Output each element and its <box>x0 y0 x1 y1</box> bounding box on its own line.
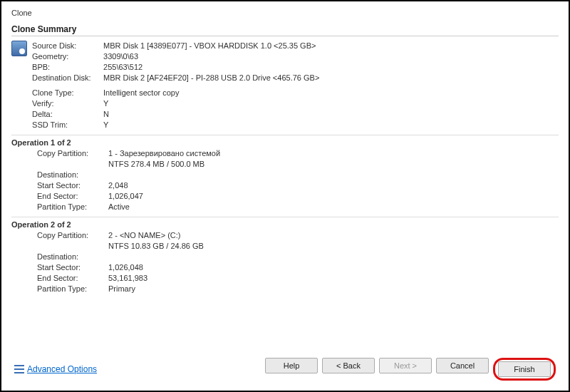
field-label <box>37 241 108 252</box>
field-label: Verify: <box>32 98 103 109</box>
field-value <box>108 170 559 180</box>
field-value: 1,026,047 <box>108 191 559 202</box>
finish-button[interactable]: Finish <box>498 361 551 377</box>
field-value: Primary <box>108 284 559 294</box>
advanced-options-label: Advanced Options <box>27 364 97 374</box>
field-value: MBR Disk 2 [AF24EF20] - PI-288 USB 2.0 D… <box>103 73 558 83</box>
field-label: BPB: <box>32 62 103 73</box>
field-value: Active <box>108 202 559 212</box>
field-label: Clone Type: <box>32 88 103 98</box>
field-label: Source Disk: <box>32 41 103 51</box>
field-label: Start Sector: <box>37 262 108 273</box>
field-label: End Sector: <box>37 273 108 284</box>
field-value: 1,026,048 <box>108 262 559 273</box>
summary-heading: Clone Summary <box>11 24 559 34</box>
field-label: Destination Disk: <box>32 73 103 83</box>
field-value: 255\63\512 <box>103 62 558 73</box>
field-label: Destination: <box>37 170 108 180</box>
field-label: Destination: <box>37 252 108 262</box>
field-label: Partition Type: <box>37 284 108 294</box>
help-button[interactable]: Help <box>265 358 318 373</box>
field-label: Copy Partition: <box>37 148 108 159</box>
field-value: NTFS 278.4 MB / 500.0 MB <box>108 159 559 170</box>
divider <box>11 217 559 217</box>
operation-heading: Operation 2 of 2 <box>11 220 559 229</box>
field-value: 53,161,983 <box>108 273 559 284</box>
field-value: Y <box>103 98 558 109</box>
window-title: Clone <box>11 9 559 17</box>
sliders-icon <box>14 364 24 374</box>
footer: Advanced Options Help < Back Next > Canc… <box>11 352 559 383</box>
next-button: Next > <box>379 358 432 373</box>
disk-icon <box>11 41 27 56</box>
field-label <box>37 159 108 170</box>
field-label: Copy Partition: <box>37 230 108 241</box>
field-label: Delta: <box>32 109 103 120</box>
cancel-button[interactable]: Cancel <box>436 358 489 373</box>
field-label: Partition Type: <box>37 202 108 212</box>
field-value: 3309\0\63 <box>103 51 558 62</box>
finish-highlight: Finish <box>493 358 556 381</box>
field-value: 1 - Зарезервировано системой <box>108 148 559 159</box>
advanced-options-link[interactable]: Advanced Options <box>14 364 97 374</box>
back-button[interactable]: < Back <box>322 358 375 373</box>
field-value: Y <box>103 120 558 130</box>
field-label: Geometry: <box>32 51 103 62</box>
field-label: SSD Trim: <box>32 120 103 130</box>
field-label: End Sector: <box>37 191 108 202</box>
divider <box>11 36 559 36</box>
field-value: Intelligent sector copy <box>103 88 558 98</box>
field-value: 2,048 <box>108 180 559 191</box>
field-value: N <box>103 109 558 120</box>
summary-content: Clone Summary Source Disk:MBR Disk 1 [43… <box>11 24 559 352</box>
field-value: 2 - <NO NAME> (C:) <box>108 230 559 241</box>
field-value: MBR Disk 1 [4389E077] - VBOX HARDDISK 1.… <box>103 41 558 51</box>
field-value <box>108 252 559 262</box>
divider <box>11 135 559 135</box>
field-label: Start Sector: <box>37 180 108 191</box>
field-value: NTFS 10.83 GB / 24.86 GB <box>108 241 559 252</box>
operation-heading: Operation 1 of 2 <box>11 138 559 147</box>
